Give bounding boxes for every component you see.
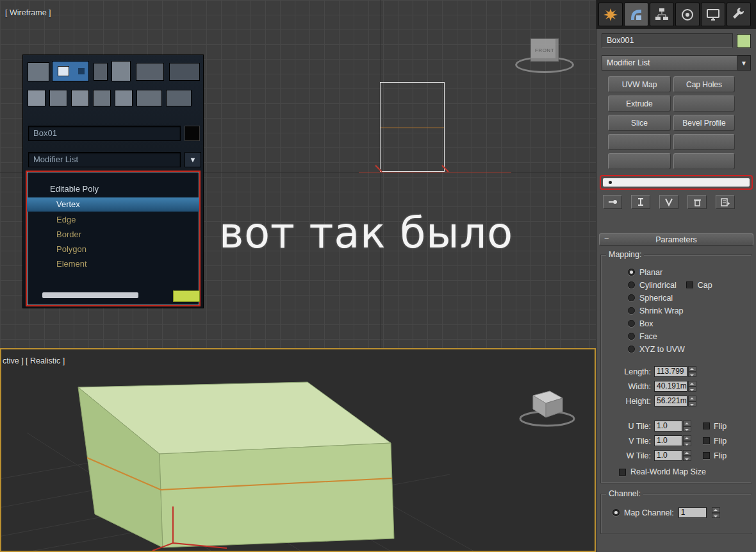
inset-color-swatch [185,126,200,141]
u-tile-spinner[interactable] [683,421,691,431]
object-name-field[interactable]: Box001 [602,33,733,48]
empty-modifier-button[interactable] [608,153,671,169]
u-flip-checkbox[interactable] [703,422,710,430]
cap-holes-button[interactable]: Cap Holes [673,76,735,92]
radio-xyz-to-uvw[interactable] [628,346,635,353]
dropdown-arrow-icon[interactable]: ▼ [737,55,751,71]
inset-stack-item: Border [27,228,199,242]
viewcube-cube[interactable]: FRONT [530,38,559,62]
w-flip-checkbox[interactable] [703,452,710,459]
configure-modifier-sets-icon [720,197,730,207]
front-viewcube[interactable]: FRONT [513,37,577,77]
tab-modify[interactable] [624,3,648,26]
remove-modifier-icon [692,197,702,207]
v-tile-spinner[interactable] [683,435,691,446]
inset-stack-item-selected: Vertex [27,197,199,212]
inset-toolbar-icon [136,63,164,81]
inset-stack-item: Editable Poly [27,182,199,196]
width-field[interactable]: 40.191m [654,381,687,392]
w-tile-field[interactable]: 1.0 [654,450,682,461]
map-channel-spinner[interactable] [712,507,720,518]
slice-button[interactable]: Slice [608,115,671,131]
inset-toolbar-icon [28,62,49,81]
empty-modifier-button[interactable] [673,153,735,169]
inset-toolbar-icon [49,90,67,106]
rollout-collapse-icon[interactable]: − [604,234,609,244]
width-label: Width: [601,382,651,391]
parameters-rollout-header[interactable]: − Parameters [599,233,753,246]
pin-stack-button[interactable] [603,195,622,209]
box-mesh[interactable] [78,382,394,551]
configure-modifier-sets-button[interactable] [716,195,735,209]
mapping-group-label: Mapping: [606,250,644,259]
v-tile-field[interactable]: 1.0 [654,435,682,446]
show-end-result-button[interactable] [631,195,650,209]
tab-hierarchy[interactable] [650,3,674,26]
extrude-button[interactable]: Extrude [608,96,671,112]
map-channel-radio[interactable] [612,509,620,516]
tab-motion[interactable] [675,3,700,26]
height-field[interactable]: 56.221m [654,396,687,406]
channel-group-label: Channel: [606,489,643,498]
remove-modifier-button[interactable] [687,195,707,209]
stack-toolbar [603,194,750,210]
object-color-swatch[interactable] [737,34,751,48]
radio-planar-label: Planar [639,268,662,277]
viewport-front[interactable]: [ Wireframe ] FRONT [0,0,596,348]
modifier-list-dropdown[interactable]: Modifier List [602,55,737,71]
inset-toolbar-icon [28,90,45,106]
panel-tab-bar [596,0,756,29]
radio-shrink-wrap[interactable] [628,307,635,314]
perspective-viewcube[interactable] [520,391,574,426]
utilities-icon [731,7,746,22]
map-channel-field[interactable]: 1 [678,507,707,518]
w-tile-spinner[interactable] [683,450,691,461]
tab-display[interactable] [701,3,725,26]
radio-face-label: Face [639,332,657,341]
create-icon [603,7,618,22]
uvw-map-button[interactable]: UVW Map [608,76,671,92]
hierarchy-icon [654,7,670,22]
empty-modifier-button[interactable] [673,134,735,150]
radio-planar[interactable] [628,269,635,276]
show-end-result-icon [636,197,646,207]
w-flip-label: Flip [714,451,727,460]
viewport-perspective[interactable]: ctive ] [ Realistic ] [0,348,596,552]
tab-create[interactable] [598,3,623,26]
radio-box-label: Box [639,319,653,328]
inset-toolbar-icon [71,90,89,106]
viewport-label-wireframe[interactable]: [ Wireframe ] [5,8,51,17]
empty-modifier-button[interactable] [608,134,671,150]
radio-spherical[interactable] [628,294,635,301]
radio-xyz-to-uvw-label: XYZ to UVW [639,345,685,354]
inset-toolbar-icon [166,90,192,106]
u-tile-field[interactable]: 1.0 [654,421,682,431]
width-spinner[interactable] [688,381,696,392]
length-field[interactable]: 113.799 [654,366,687,377]
make-unique-button[interactable] [659,195,678,209]
bevel-profile-button[interactable]: Bevel Profile [673,115,735,131]
empty-modifier-button[interactable] [673,96,735,112]
radio-box[interactable] [628,320,635,327]
map-channel-label: Map Channel: [624,508,674,517]
radio-face[interactable] [628,333,635,340]
cap-checkbox[interactable] [686,281,693,289]
real-world-map-size-checkbox[interactable] [619,469,626,476]
tab-utilities[interactable] [727,3,751,26]
length-spinner[interactable] [688,366,696,377]
modifier-stack-list[interactable] [603,178,750,187]
inset-stack-item: Polygon [27,242,199,256]
inset-modifier-list: Modifier List [28,152,181,167]
v-flip-checkbox[interactable] [703,437,710,444]
u-flip-label: Flip [714,422,727,431]
stack-item-dot [609,181,612,184]
display-icon [705,7,721,22]
v-tile-label: V Tile: [601,437,651,446]
length-label: Length: [601,367,651,376]
height-spinner[interactable] [688,396,696,406]
real-world-map-size-label: Real-World Map Size [630,467,706,476]
inset-toolbar-icon [115,90,133,106]
radio-cylindrical[interactable] [628,281,635,289]
radio-cylindrical-label: Cylindrical [639,281,677,290]
box-section-line [381,128,444,128]
